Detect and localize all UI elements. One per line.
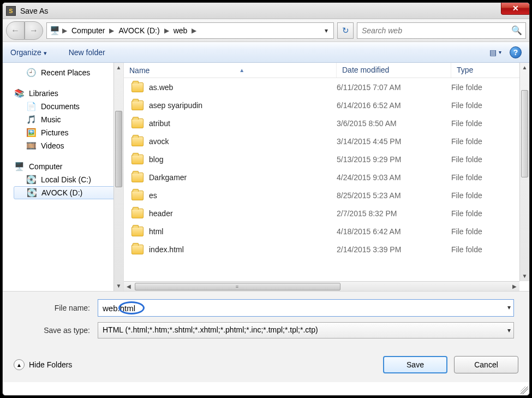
- column-date[interactable]: Date modified: [337, 63, 451, 78]
- scrollbar-thumb[interactable]: ≡: [135, 283, 340, 290]
- sidebar-item-local-disk-c[interactable]: 💽Local Disk (C:): [14, 173, 121, 186]
- column-type[interactable]: Type: [451, 63, 529, 78]
- forward-button[interactable]: →: [25, 21, 43, 40]
- filename-label: File name:: [18, 304, 98, 312]
- sidebar-item-videos[interactable]: 🎞️Videos: [14, 139, 121, 152]
- folder-icon: [131, 173, 144, 182]
- folder-icon: [131, 191, 144, 200]
- sidebar-item-label: Recent Places: [41, 68, 90, 77]
- address-dropdown[interactable]: ▾: [321, 27, 331, 34]
- back-button[interactable]: ←: [6, 21, 25, 40]
- views-button[interactable]: ▤ ▾: [487, 47, 504, 58]
- folder-icon: [131, 209, 144, 218]
- file-row[interactable]: avock3/14/2015 4:45 PMFile folde: [124, 132, 529, 150]
- file-type: File folde: [451, 101, 529, 110]
- scroll-down-icon[interactable]: ▼: [114, 281, 123, 291]
- close-button[interactable]: ✕: [501, 2, 530, 15]
- chevron-right-icon: ▶: [107, 27, 116, 34]
- refresh-button[interactable]: ↻: [337, 22, 354, 39]
- breadcrumb-drive[interactable]: AVOCK (D:): [116, 26, 162, 35]
- file-row[interactable]: as.web6/11/2015 7:07 AMFile folde: [124, 78, 529, 96]
- file-row[interactable]: index.html2/14/2015 3:39 PMFile folde: [124, 240, 529, 258]
- refresh-icon: ↻: [342, 26, 349, 35]
- breadcrumb-folder[interactable]: web: [171, 26, 190, 35]
- organize-button[interactable]: Organize ▾: [10, 48, 47, 57]
- folder-icon: [131, 227, 144, 236]
- sidebar-item-pictures[interactable]: 🖼️Pictures: [14, 126, 121, 139]
- file-date: 4/18/2015 6:42 AM: [337, 227, 451, 236]
- music-icon: 🎵: [26, 115, 37, 124]
- scroll-right-icon[interactable]: ▶: [510, 283, 519, 289]
- save-button[interactable]: Save: [383, 356, 447, 373]
- filename-input[interactable]: [98, 299, 514, 317]
- close-icon: ✕: [512, 4, 519, 13]
- folder-icon: [131, 118, 144, 128]
- file-row[interactable]: es8/25/2015 5:23 AMFile folde: [124, 186, 529, 204]
- sidebar: 🕘Recent Places 📚Libraries 📄Documents 🎵Mu…: [3, 63, 124, 291]
- sidebar-item-label: Local Disk (C:): [41, 175, 91, 184]
- help-button[interactable]: ?: [510, 46, 522, 58]
- file-pane: Name▲ Date modified Type as.web6/11/2015…: [124, 63, 529, 291]
- sidebar-item-label: Pictures: [41, 128, 69, 137]
- file-date: 3/14/2015 4:45 PM: [337, 137, 451, 146]
- sidebar-item-libraries[interactable]: 📚Libraries: [14, 87, 121, 100]
- file-row[interactable]: header2/7/2015 8:32 PMFile folde: [124, 204, 529, 222]
- libraries-icon: 📚: [14, 88, 25, 98]
- sidebar-item-label: Libraries: [29, 89, 58, 98]
- sidebar-item-avock-d[interactable]: 💽AVOCK (D:): [14, 186, 121, 199]
- folder-icon: [131, 245, 144, 254]
- app-icon: S: [6, 6, 16, 16]
- scrollbar-thumb[interactable]: [521, 90, 528, 177]
- chevron-right-icon: ▶: [189, 27, 199, 34]
- recent-icon: 🕘: [26, 68, 37, 78]
- file-name: atribut: [149, 119, 170, 128]
- file-type: File folde: [451, 173, 529, 182]
- hide-folders-label: Hide Folders: [29, 360, 72, 369]
- resize-grip[interactable]: [521, 387, 528, 394]
- scroll-up-icon[interactable]: ▲: [520, 63, 529, 73]
- file-date: 5/13/2015 9:29 PM: [337, 155, 451, 164]
- column-headers: Name▲ Date modified Type: [124, 63, 529, 78]
- file-row[interactable]: html4/18/2015 6:42 AMFile folde: [124, 222, 529, 240]
- file-date: 8/25/2015 5:23 AM: [337, 191, 451, 200]
- filename-dropdown[interactable]: ▾: [507, 304, 511, 311]
- scroll-left-icon[interactable]: ◀: [124, 283, 134, 289]
- new-folder-button[interactable]: New folder: [69, 48, 105, 57]
- file-type: File folde: [451, 209, 529, 218]
- drive-icon: 💽: [26, 175, 37, 185]
- search-input[interactable]: [361, 26, 522, 35]
- sidebar-scrollbar[interactable]: ▲ ▼: [113, 63, 123, 291]
- file-vscrollbar[interactable]: ▲ ▼: [519, 63, 529, 281]
- sidebar-item-label: Music: [41, 115, 61, 124]
- file-hscrollbar[interactable]: ◀ ≡ ▶: [124, 281, 519, 291]
- scroll-up-icon[interactable]: ▲: [114, 63, 123, 73]
- file-name: as.web: [149, 83, 173, 92]
- file-row[interactable]: asep syaripudin6/14/2016 6:52 AMFile fol…: [124, 96, 529, 114]
- scroll-down-icon[interactable]: ▼: [520, 271, 529, 281]
- chevron-down-icon: ▾: [507, 326, 511, 334]
- sidebar-item-computer[interactable]: 🖥️Computer: [14, 160, 121, 173]
- file-name: blog: [149, 155, 163, 164]
- file-row[interactable]: blog5/13/2015 9:29 PMFile folde: [124, 150, 529, 168]
- sidebar-item-documents[interactable]: 📄Documents: [14, 100, 121, 113]
- scrollbar-thumb[interactable]: [115, 111, 122, 187]
- file-row[interactable]: atribut3/6/2015 8:50 AMFile folde: [124, 114, 529, 132]
- sidebar-item-label: AVOCK (D:): [41, 188, 82, 197]
- file-name: Darkgamer: [149, 173, 187, 182]
- file-date: 3/6/2015 8:50 AM: [337, 119, 451, 128]
- breadcrumb-computer[interactable]: Computer: [69, 26, 107, 35]
- filetype-dropdown[interactable]: HTML (*.html;*.htm;*.shtml;*.xhtml;*.pht…: [98, 322, 514, 338]
- sidebar-item-label: Computer: [29, 162, 62, 171]
- file-row[interactable]: Darkgamer4/24/2015 9:03 AMFile folde: [124, 168, 529, 186]
- toolbar: Organize ▾ New folder ▤ ▾ ?: [3, 42, 529, 63]
- address-bar[interactable]: 🖥️ ▶ Computer ▶ AVOCK (D:) ▶ web ▶ ▾: [46, 22, 334, 39]
- search-box[interactable]: 🔍: [357, 22, 526, 39]
- sidebar-item-music[interactable]: 🎵Music: [14, 113, 121, 126]
- hide-folders-button[interactable]: ▲ Hide Folders: [14, 359, 72, 370]
- chevron-down-icon: ▾: [499, 49, 501, 55]
- cancel-button[interactable]: Cancel: [454, 356, 518, 373]
- sidebar-item-label: Videos: [41, 141, 64, 150]
- column-name[interactable]: Name▲: [124, 63, 337, 78]
- sidebar-item-recent[interactable]: 🕘Recent Places: [14, 66, 121, 79]
- drive-icon: 💽: [26, 188, 37, 198]
